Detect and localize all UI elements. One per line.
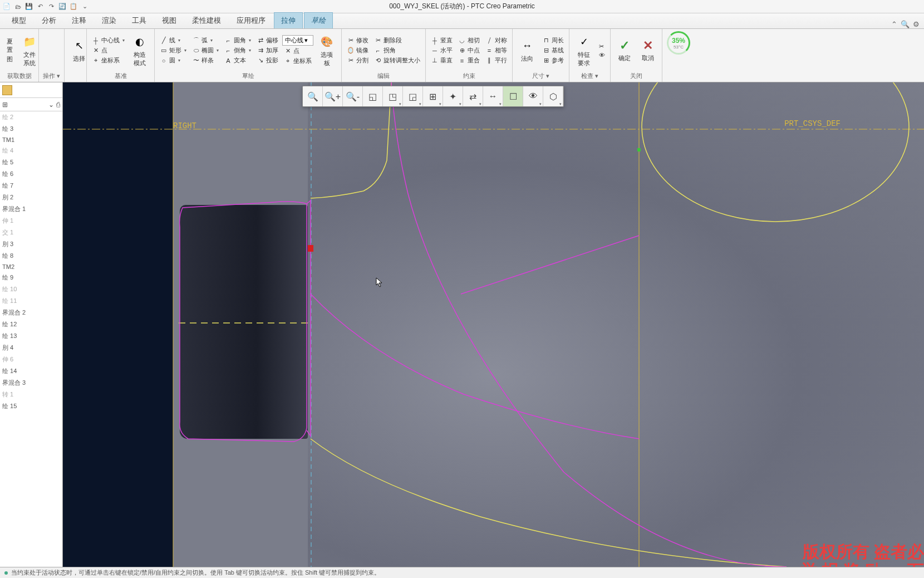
tab-apps[interactable]: 应用程序 (229, 12, 273, 28)
zoom-refit-icon[interactable]: 🔍 (303, 86, 323, 106)
coincident-button[interactable]: ≡重合 (456, 56, 481, 65)
options-icon[interactable]: ⚙ (913, 20, 920, 28)
tree-item[interactable]: 伸 1 (0, 215, 62, 227)
rotate-resize-button[interactable]: ⟲旋转调整大小 (372, 56, 422, 65)
tab-flexible[interactable]: 柔性建模 (185, 12, 228, 28)
offset-button[interactable]: ⇄偏移 (255, 36, 280, 45)
view-mgr-icon[interactable]: ⊞ (423, 86, 443, 106)
feature-req-button[interactable]: ✓特征 要求 (573, 33, 595, 68)
text-button[interactable]: A文本 (223, 56, 253, 65)
file-system-button[interactable]: 📁文件 系统 (18, 33, 41, 68)
tab-tools[interactable]: 工具 (125, 12, 154, 28)
tree-item[interactable]: 绘 14 (0, 365, 62, 377)
tree-item[interactable]: TM1 (0, 135, 62, 145)
highlight-icon[interactable]: 👁 (597, 51, 607, 59)
tree-item[interactable]: 界混合 2 (0, 307, 62, 319)
windows-icon[interactable]: 📋 (69, 2, 78, 11)
set-button[interactable]: 夏置图 (3, 36, 16, 65)
tab-annotate[interactable]: 注释 (65, 12, 94, 28)
symmetric-button[interactable]: ⧸对称 (484, 36, 509, 45)
tree-item[interactable]: 交 1 (0, 227, 62, 238)
vertical-button[interactable]: ┼竖直 (429, 36, 454, 45)
tree-item[interactable]: 绘 12 (0, 319, 62, 330)
baseline-button[interactable]: ⊟基线 (540, 46, 566, 55)
tree-item[interactable]: 转 1 (0, 389, 62, 400)
tree-item[interactable]: 刖 2 (0, 192, 62, 203)
open-icon[interactable]: 🗁 (13, 2, 22, 11)
tree-item[interactable]: 绘 13 (0, 330, 62, 342)
normal-dim-button[interactable]: ↔法向 (516, 37, 538, 64)
point-button[interactable]: ✕点 (90, 46, 126, 55)
divide-button[interactable]: ✂分割 (345, 56, 370, 65)
tree-item[interactable]: 绘 6 (0, 168, 62, 180)
tangent-button[interactable]: ◡相切 (456, 36, 481, 45)
parallel-button[interactable]: ∥平行 (484, 56, 509, 65)
spline-button[interactable]: 〜样条 (190, 56, 220, 65)
saved-views-icon[interactable]: ◲ (403, 86, 423, 106)
folder-icon[interactable] (2, 85, 12, 95)
tab-analysis[interactable]: 分析 (35, 12, 63, 28)
perspective-icon[interactable]: ⬡ (543, 86, 563, 106)
mirror-button[interactable]: 🪞镜像 (345, 46, 370, 55)
tree-item[interactable]: 界混合 3 (0, 377, 62, 389)
spin-icon[interactable]: 👁 (523, 86, 543, 106)
tree-item[interactable]: 刖 3 (0, 238, 62, 250)
search-icon[interactable]: 🔍 (901, 20, 910, 28)
undo-icon[interactable]: ↶ (36, 2, 45, 11)
tree-item[interactable]: 绘 9 (0, 272, 62, 283)
minimize-ribbon-icon[interactable]: ⌃ (891, 20, 897, 28)
delete-seg-button[interactable]: ✂删除段 (372, 36, 422, 45)
datum-point-icon[interactable]: ⇄ (463, 86, 483, 106)
save-icon[interactable]: 💾 (24, 2, 33, 11)
zoom-in-icon[interactable]: 🔍+ (323, 86, 343, 106)
rect-button[interactable]: ▭矩形▾ (158, 46, 188, 55)
annotation-icon[interactable]: ☐ (503, 86, 523, 106)
new-icon[interactable]: 📄 (2, 2, 11, 11)
tree-item[interactable]: 绘 15 (0, 400, 62, 412)
tree-item[interactable]: 绘 4 (0, 145, 62, 156)
group-label[interactable]: 操作 ▾ (39, 72, 64, 82)
regen-icon[interactable]: 🔄 (58, 2, 67, 11)
thicken-button[interactable]: ⇉加厚 (255, 46, 280, 55)
tree-item[interactable]: 绘 2 (0, 111, 62, 123)
tree-filter-icon[interactable]: ⊞ (2, 101, 8, 109)
performance-gauge[interactable]: 35% 53°C (667, 31, 690, 55)
centerline-button[interactable]: ┼中心线▾ (90, 36, 126, 45)
arc-button[interactable]: ⌒弧▾ (190, 36, 220, 45)
tree-item[interactable]: 伸 6 (0, 354, 62, 365)
modify-button[interactable]: ✂修改 (345, 36, 370, 45)
tree-item[interactable]: TM2 (0, 262, 62, 272)
datum-axis-icon[interactable]: ✦ (443, 86, 463, 106)
repaint-icon[interactable]: ◱ (363, 86, 383, 106)
corner-button[interactable]: ⌐拐角 (372, 46, 422, 55)
overlap-icon[interactable]: ✂ (597, 42, 607, 51)
midpoint-button[interactable]: ⊕中点 (456, 46, 481, 55)
chamfer-button[interactable]: ⌐倒角▾ (223, 46, 253, 55)
tree-item[interactable]: 绘 7 (0, 180, 62, 192)
tree-show-icon[interactable]: ⎙ (56, 101, 60, 109)
display-style-icon[interactable]: ◳ (383, 86, 403, 106)
zoom-out-icon[interactable]: 🔍- (343, 86, 363, 106)
centerline-dropdown[interactable]: 中心线▾ (282, 35, 313, 46)
tree-item[interactable]: 绘 5 (0, 156, 62, 168)
tab-model[interactable]: 模型 (4, 12, 33, 28)
tab-render[interactable]: 渲染 (95, 12, 124, 28)
tree-item[interactable]: 刖 4 (0, 342, 62, 354)
construction-mode-button[interactable]: ◐构造 模式 (129, 33, 151, 68)
group-label[interactable]: 检查 ▾ (569, 72, 610, 82)
graphics-window[interactable]: RIGHT PRT_CSYS_DEF 🔍🔍+🔍-◱◳◲⊞✦⇄↔☐👁⬡ 版权所有 … (63, 82, 924, 567)
point2-button[interactable]: ✕点 (282, 46, 313, 56)
tab-extrude[interactable]: 拉伸 (274, 12, 303, 28)
redo-icon[interactable]: ↷ (47, 2, 56, 11)
project-button[interactable]: ↘投影 (255, 56, 280, 65)
fillet-button[interactable]: ⌐圆角▾ (223, 36, 253, 45)
palette-button[interactable]: 🎨选项 板 (316, 33, 338, 68)
tree-item[interactable]: 绘 3 (0, 123, 62, 135)
reference-button[interactable]: ⊞参考 (540, 56, 566, 65)
circle-button[interactable]: ○圆▾ (158, 56, 188, 65)
tree-item[interactable]: 界混合 1 (0, 203, 62, 215)
csys2-button[interactable]: ⌖坐标系 (282, 56, 313, 66)
line-button[interactable]: ╱线▾ (158, 36, 188, 45)
datum-plane-icon[interactable]: ↔ (483, 86, 503, 106)
tree-item[interactable]: 绘 11 (0, 295, 62, 307)
